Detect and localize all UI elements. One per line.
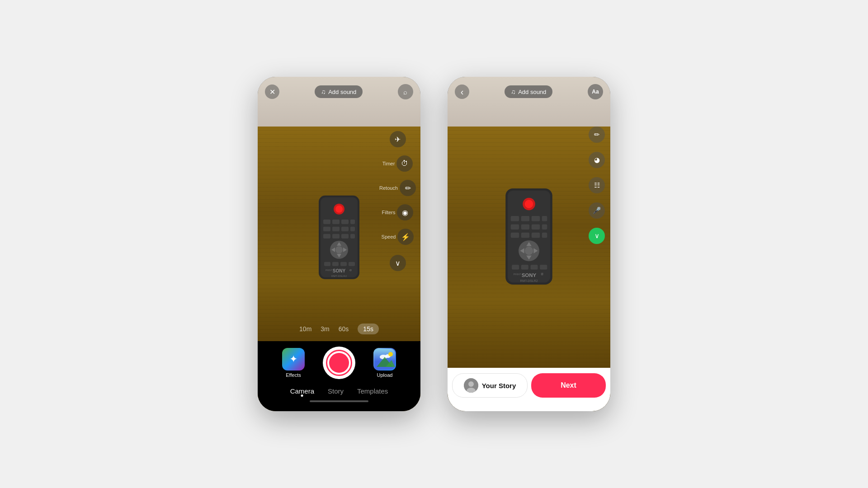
bottom-controls-1: ✦ Effects bbox=[258, 341, 420, 411]
svg-rect-13 bbox=[332, 234, 340, 239]
draw-tool-button[interactable]: ✏ bbox=[589, 127, 605, 143]
phone-2: SONY RMT-DSLR2 α PRINT ‹ ♫ Add sound Aa … bbox=[448, 77, 610, 411]
music-icon: ♫ bbox=[321, 88, 326, 95]
svg-rect-43 bbox=[542, 216, 547, 221]
back-button[interactable]: ‹ bbox=[455, 84, 469, 99]
svg-rect-46 bbox=[532, 224, 540, 230]
svg-rect-61 bbox=[540, 265, 547, 269]
voice-tool-button[interactable]: 🎤 bbox=[589, 202, 605, 219]
add-sound-button[interactable]: ♫ Add sound bbox=[315, 85, 363, 98]
capture-button-ring bbox=[326, 350, 352, 376]
effects-label: Effects bbox=[286, 372, 301, 378]
back-icon: ‹ bbox=[461, 87, 464, 97]
svg-text:RMT-DSLR2: RMT-DSLR2 bbox=[520, 279, 538, 282]
svg-rect-25 bbox=[349, 262, 355, 266]
right-tools-2: ✏ ◕ ☷ 🎤 ∨ bbox=[589, 127, 605, 244]
svg-rect-7 bbox=[350, 220, 355, 224]
svg-rect-40 bbox=[511, 216, 519, 221]
phone-1-screen: SONY RMT-DSLR2 α PRINT ✕ ♫ Add sound ⌕ bbox=[258, 77, 420, 411]
text-tool-button[interactable]: Aa bbox=[588, 84, 603, 99]
upload-label: Upload bbox=[377, 372, 393, 378]
caption-icon: ☷ bbox=[594, 181, 600, 189]
remote-control-2: SONY RMT-DSLR2 α PRINT bbox=[500, 186, 558, 291]
filters-tool[interactable]: Filters ◉ bbox=[382, 204, 414, 221]
svg-point-17 bbox=[335, 246, 343, 253]
effects-button[interactable]: ✦ Effects bbox=[282, 348, 305, 378]
search-button[interactable]: ⌕ bbox=[398, 84, 413, 99]
tab-templates[interactable]: Templates bbox=[357, 387, 388, 395]
svg-rect-51 bbox=[542, 233, 547, 238]
search-icon: ⌕ bbox=[403, 88, 407, 96]
svg-rect-10 bbox=[341, 227, 349, 231]
next-button[interactable]: Next bbox=[531, 373, 606, 398]
effects-icon: ✦ bbox=[282, 348, 305, 371]
duration-3m[interactable]: 3m bbox=[321, 325, 329, 333]
timer-label: Timer bbox=[382, 161, 395, 166]
speed-icon: ⚡ bbox=[397, 229, 414, 245]
retouch-tool[interactable]: Retouch ✏ bbox=[379, 180, 416, 196]
svg-point-53 bbox=[525, 247, 533, 255]
svg-rect-60 bbox=[530, 265, 538, 269]
svg-rect-8 bbox=[323, 227, 330, 231]
right-tools-1: ✈ Timer ⏱ Retouch ✏ Filters ◉ bbox=[379, 131, 416, 271]
chevron-down-icon-2: ∨ bbox=[594, 232, 599, 240]
svg-rect-59 bbox=[521, 265, 528, 269]
chevron-down-button[interactable]: ∨ bbox=[390, 255, 406, 271]
svg-rect-4 bbox=[323, 220, 330, 224]
svg-rect-49 bbox=[521, 233, 529, 238]
svg-text:PRINT: PRINT bbox=[514, 273, 522, 276]
timer-tool[interactable]: Timer ⏱ bbox=[382, 155, 413, 172]
svg-rect-50 bbox=[532, 233, 540, 238]
svg-rect-14 bbox=[341, 234, 349, 239]
duration-60s[interactable]: 60s bbox=[339, 325, 349, 333]
home-indicator-1 bbox=[310, 400, 368, 402]
duration-15s[interactable]: 15s bbox=[358, 324, 379, 334]
your-story-label: Your Story bbox=[482, 382, 516, 389]
upload-button[interactable]: Upload bbox=[373, 348, 396, 378]
svg-text:α: α bbox=[349, 268, 352, 272]
svg-text:PRINT: PRINT bbox=[326, 269, 332, 272]
svg-text:SONY: SONY bbox=[522, 272, 537, 278]
remote-control: SONY RMT-DSLR2 α PRINT bbox=[314, 193, 364, 286]
svg-text:SONY: SONY bbox=[333, 268, 346, 273]
add-sound-button-2[interactable]: ♫ Add sound bbox=[505, 85, 553, 98]
svg-rect-41 bbox=[521, 216, 529, 221]
next-label: Next bbox=[561, 381, 576, 389]
action-bar: Your Story Next bbox=[448, 368, 610, 411]
retouch-icon: ✏ bbox=[400, 180, 416, 196]
microphone-icon: 🎤 bbox=[593, 206, 601, 215]
duration-10m[interactable]: 10m bbox=[299, 325, 311, 333]
tab-story[interactable]: Story bbox=[328, 387, 344, 395]
phone-1: SONY RMT-DSLR2 α PRINT ✕ ♫ Add sound ⌕ bbox=[258, 77, 420, 411]
airplane-icon: ✈ bbox=[395, 135, 401, 144]
svg-point-67 bbox=[468, 381, 474, 387]
add-sound-label: Add sound bbox=[328, 89, 356, 95]
phone-2-screen: SONY RMT-DSLR2 α PRINT ‹ ♫ Add sound Aa … bbox=[448, 77, 610, 411]
sticker-tool-button[interactable]: ◕ bbox=[589, 152, 605, 168]
svg-rect-58 bbox=[512, 265, 519, 269]
svg-rect-15 bbox=[350, 234, 355, 239]
svg-rect-22 bbox=[324, 262, 330, 266]
filters-label: Filters bbox=[382, 210, 396, 215]
nav-tabs-1: Camera Story Templates bbox=[258, 384, 420, 397]
airplane-icon-button[interactable]: ✈ bbox=[390, 131, 406, 147]
music-icon-2: ♫ bbox=[511, 88, 516, 95]
capture-button[interactable] bbox=[323, 347, 355, 379]
tab-camera[interactable]: Camera bbox=[290, 387, 314, 395]
svg-rect-11 bbox=[350, 227, 355, 231]
close-button[interactable]: ✕ bbox=[265, 84, 279, 99]
svg-point-35 bbox=[388, 352, 393, 357]
your-story-button[interactable]: Your Story bbox=[452, 373, 528, 398]
draw-icon: ✏ bbox=[594, 131, 600, 139]
svg-rect-5 bbox=[332, 220, 340, 224]
chevron-down-button-2[interactable]: ∨ bbox=[589, 228, 605, 244]
svg-rect-6 bbox=[341, 220, 349, 224]
add-sound-label-2: Add sound bbox=[518, 89, 546, 95]
speed-tool[interactable]: Speed ⚡ bbox=[382, 229, 414, 245]
svg-rect-42 bbox=[532, 216, 540, 221]
sticker-icon: ◕ bbox=[594, 156, 600, 164]
capture-button-center bbox=[329, 353, 349, 373]
svg-rect-45 bbox=[521, 224, 529, 230]
caption-tool-button[interactable]: ☷ bbox=[589, 177, 605, 193]
retouch-label: Retouch bbox=[379, 185, 398, 191]
